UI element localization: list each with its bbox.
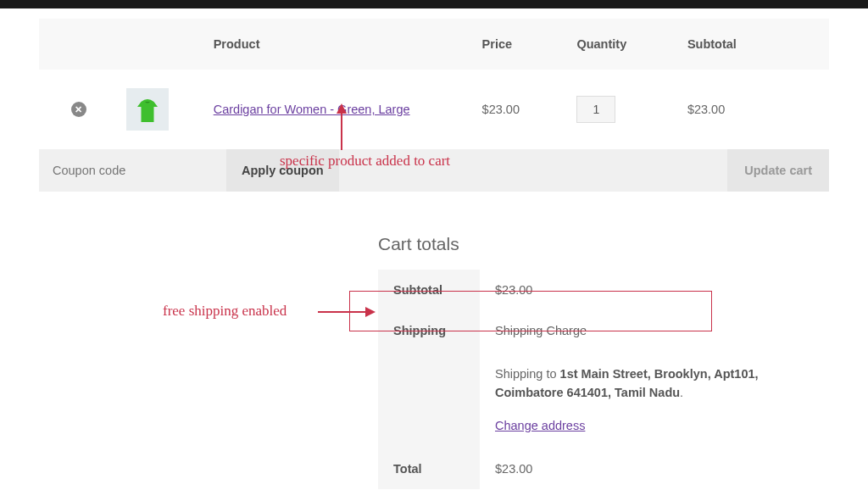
- subtotal-value: $23.00: [480, 270, 785, 310]
- col-price-header: Price: [474, 19, 569, 70]
- col-remove-header: [39, 19, 118, 70]
- cardigan-icon: [132, 94, 163, 125]
- total-value: $23.00: [480, 448, 785, 489]
- shipping-label: Shipping: [378, 310, 480, 351]
- cart-table: Product Price Quantity Subtotal ✕: [39, 19, 829, 149]
- col-product-header: Product: [205, 19, 474, 70]
- col-quantity-header: Quantity: [568, 19, 678, 70]
- product-thumbnail[interactable]: [126, 88, 169, 131]
- apply-coupon-button[interactable]: Apply coupon: [226, 149, 339, 192]
- col-subtotal-header: Subtotal: [679, 19, 829, 70]
- update-cart-button[interactable]: Update cart: [727, 149, 829, 192]
- total-label: Total: [378, 448, 480, 489]
- change-address-link[interactable]: Change address: [495, 416, 585, 435]
- product-subtotal: $23.00: [679, 70, 829, 149]
- shipping-empty-label: [378, 351, 480, 448]
- quantity-input[interactable]: [576, 96, 615, 123]
- subtotal-label: Subtotal: [378, 270, 480, 310]
- col-thumb-header: [118, 19, 205, 70]
- cart-totals-table: Subtotal $23.00 Shipping Shipping Charge…: [378, 270, 785, 489]
- shipping-to-prefix: Shipping to: [495, 367, 560, 381]
- product-price: $23.00: [474, 70, 569, 149]
- remove-item-button[interactable]: ✕: [71, 102, 86, 117]
- product-link[interactable]: Cardigan for Women - Green, Large: [214, 103, 410, 116]
- cart-actions-bar: Apply coupon Update cart: [39, 149, 829, 192]
- cart-totals-title: Cart totals: [378, 234, 785, 254]
- cart-row: ✕ Cardigan for Women - Green, Large $23.…: [39, 70, 829, 149]
- shipping-method: Shipping Charge: [495, 324, 770, 337]
- close-icon: ✕: [75, 104, 82, 115]
- coupon-code-input[interactable]: [39, 149, 226, 192]
- browser-top-bar: [0, 0, 868, 8]
